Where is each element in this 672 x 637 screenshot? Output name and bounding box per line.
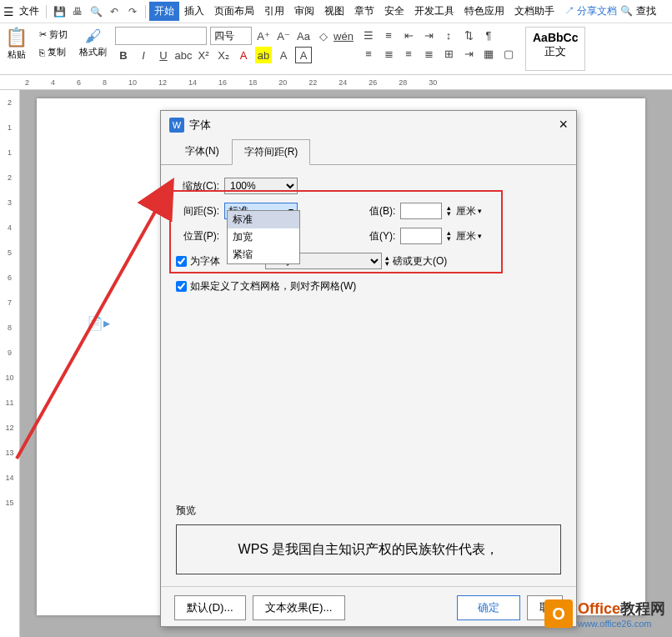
dialog-tabs: 字体(N) 字符间距(R): [161, 138, 576, 165]
tab-section[interactable]: 章节: [349, 2, 379, 21]
ok-button[interactable]: 确定: [457, 595, 520, 620]
subscript-icon[interactable]: X₂: [215, 47, 232, 63]
borders-icon[interactable]: ▢: [500, 45, 517, 62]
style-sample: AaBbCc: [533, 31, 578, 44]
italic-icon[interactable]: I: [135, 47, 152, 63]
spacing-dropdown: 标准 加宽 紧缩: [227, 210, 300, 264]
cut-button[interactable]: ✂剪切: [36, 27, 71, 43]
preview-icon[interactable]: 🔍: [89, 5, 103, 18]
close-icon[interactable]: ×: [559, 116, 568, 133]
kerning-checkbox[interactable]: [176, 256, 187, 267]
style-normal[interactable]: AaBbCc 正文: [525, 27, 585, 71]
clear-format-icon[interactable]: ◇: [315, 28, 332, 44]
spinner-icon[interactable]: ▴▾: [447, 205, 451, 217]
spacing-option-condensed[interactable]: 紧缩: [228, 246, 299, 263]
spacing-unit[interactable]: 厘米: [456, 204, 482, 218]
kerning-suffix: 磅或更大(O): [393, 254, 447, 268]
tab-home[interactable]: 开始: [149, 2, 179, 21]
tab-insert[interactable]: 插入: [179, 2, 209, 21]
watermark-url: www.office26.com: [578, 619, 665, 629]
kerning-label: 为字体: [190, 254, 220, 268]
file-menu[interactable]: 文件: [16, 4, 43, 18]
dialog-body: 缩放(C): 100% 间距(S): 标准▾ 值(B): ▴▾ 厘米 位置(P)…: [161, 165, 576, 586]
paste-label: 粘贴: [8, 48, 26, 61]
position-unit[interactable]: 厘米: [456, 229, 482, 243]
grid-label: 如果定义了文档网格，则对齐网格(W): [190, 279, 356, 293]
watermark-logo: O: [544, 599, 573, 628]
grow-font-icon[interactable]: A⁺: [255, 28, 272, 44]
line-spacing-icon[interactable]: ↕: [440, 27, 457, 43]
shrink-font-icon[interactable]: A⁻: [275, 28, 292, 44]
menu-icon[interactable]: ☰: [3, 5, 14, 18]
tab-font[interactable]: 字体(N): [173, 138, 232, 164]
app-icon: W: [169, 118, 184, 133]
align-left-icon[interactable]: ≡: [360, 45, 377, 62]
grid-checkbox[interactable]: [176, 281, 187, 292]
char-border-icon[interactable]: A: [295, 47, 312, 63]
show-marks-icon[interactable]: ¶: [480, 27, 497, 43]
scale-select[interactable]: 100%: [224, 178, 298, 194]
watermark: O Office教程网 www.office26.com: [544, 599, 665, 629]
text-effect-button[interactable]: 文本效果(E)...: [253, 595, 345, 620]
undo-icon[interactable]: ↶: [108, 5, 121, 18]
strike-icon[interactable]: abc: [175, 47, 192, 63]
save-icon[interactable]: 💾: [53, 5, 66, 18]
tab-char-spacing[interactable]: 字符间距(R): [232, 139, 311, 165]
horizontal-ruler[interactable]: 24681012141618202224262830: [0, 75, 672, 90]
spacing-option-expanded[interactable]: 加宽: [228, 228, 299, 246]
tab-dev[interactable]: 开发工具: [409, 2, 459, 21]
shading-icon[interactable]: ▦: [480, 45, 497, 62]
font-name-input[interactable]: [115, 27, 207, 45]
navigation-icon[interactable]: 📄▸: [87, 315, 110, 331]
change-case-icon[interactable]: Aa: [295, 28, 312, 44]
align-justify-icon[interactable]: ≣: [420, 45, 437, 62]
indent-dec-icon[interactable]: ⇤: [400, 27, 417, 43]
spinner-icon[interactable]: ▴▾: [385, 255, 389, 267]
vertical-ruler[interactable]: 21123456789101112131415: [0, 90, 20, 637]
sort-icon[interactable]: ⇅: [460, 27, 477, 43]
ribbon: 📋 粘贴 ✂剪切 ⎘复制 🖌 格式刷 A⁺ A⁻ Aa ◇ wén B I U …: [0, 23, 672, 75]
bullets-icon[interactable]: ☰: [360, 27, 377, 43]
numbering-icon[interactable]: ≡: [380, 27, 397, 43]
paste-icon: 📋: [5, 27, 28, 48]
tab-review[interactable]: 审阅: [289, 2, 319, 21]
align-right-icon[interactable]: ≡: [400, 45, 417, 62]
spacing-value-input[interactable]: [400, 203, 442, 219]
tab-layout[interactable]: 页面布局: [209, 2, 259, 21]
align-center-icon[interactable]: ≣: [380, 45, 397, 62]
spacing-option-standard[interactable]: 标准: [228, 211, 299, 228]
superscript-icon[interactable]: X²: [195, 47, 212, 63]
tab-reference[interactable]: 引用: [259, 2, 289, 21]
spacing-value-label: 值(B):: [369, 204, 395, 218]
copy-button[interactable]: ⎘复制: [36, 44, 71, 60]
tab-special[interactable]: 特色应用: [459, 2, 509, 21]
font-size-input[interactable]: [210, 27, 252, 45]
print-icon[interactable]: 🖶: [71, 5, 84, 18]
redo-icon[interactable]: ↷: [126, 5, 139, 18]
distribute-icon[interactable]: ⊞: [440, 45, 457, 62]
scale-label: 缩放(C):: [176, 179, 219, 193]
position-value-input[interactable]: [400, 228, 442, 244]
bold-icon[interactable]: B: [115, 47, 132, 63]
spinner-icon[interactable]: ▴▾: [447, 230, 451, 242]
char-shading-icon[interactable]: A: [275, 47, 292, 63]
paste-button[interactable]: 📋 粘贴: [5, 27, 28, 71]
highlight-icon[interactable]: ab: [255, 47, 272, 63]
default-button[interactable]: 默认(D)...: [174, 595, 246, 620]
format-painter-button[interactable]: 🖌 格式刷: [79, 27, 107, 71]
tab-security[interactable]: 安全: [379, 2, 409, 21]
search-link[interactable]: 🔍 查找: [617, 4, 659, 18]
tab-icon[interactable]: ⇥: [460, 45, 477, 62]
phonetic-icon[interactable]: wén: [335, 28, 352, 44]
tab-view[interactable]: 视图: [319, 2, 349, 21]
preview-text: WPS 是我国自主知识产权的民族软件代表，: [238, 541, 499, 559]
copy-icon: ⎘: [39, 48, 45, 58]
watermark-brand: Office教程网: [578, 599, 665, 619]
font-color-icon[interactable]: A: [235, 47, 252, 63]
underline-icon[interactable]: U: [155, 47, 172, 63]
indent-inc-icon[interactable]: ⇥: [420, 27, 437, 43]
brush-icon: 🖌: [85, 27, 102, 46]
tab-assistant[interactable]: 文档助手: [509, 2, 559, 21]
share-link[interactable]: ↗ 分享文档: [564, 4, 617, 18]
dialog-title: 字体: [189, 118, 211, 133]
